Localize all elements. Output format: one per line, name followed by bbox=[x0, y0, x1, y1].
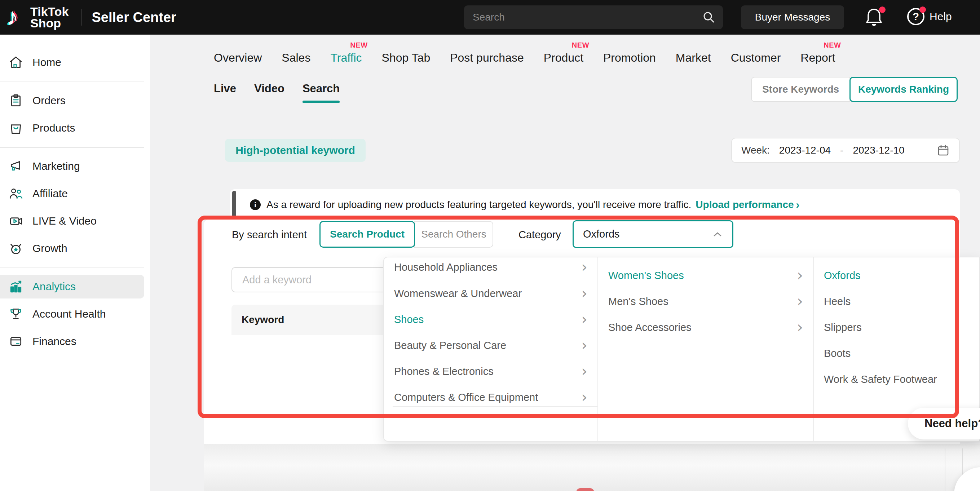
cascader-option-boots[interactable]: Boots bbox=[814, 340, 980, 366]
sidebar-item-label: LIVE & Video bbox=[32, 215, 97, 227]
tiktok-note-icon: ♪♪♪ bbox=[6, 3, 30, 32]
cascader-option-household-appliances[interactable]: Household Appliances› bbox=[384, 257, 597, 280]
cascader-option-slippers[interactable]: Slippers bbox=[814, 315, 980, 340]
sidebar-item-products[interactable]: Products bbox=[0, 116, 150, 140]
subtab-video[interactable]: Video bbox=[254, 82, 285, 103]
global-search-input[interactable] bbox=[464, 11, 703, 23]
upload-performance-link[interactable]: Upload performance bbox=[695, 199, 794, 211]
tab-customer[interactable]: Customer bbox=[731, 51, 781, 65]
search-icon[interactable] bbox=[703, 11, 715, 24]
chevron-right-icon: › bbox=[581, 288, 587, 299]
sidebar-item-home[interactable]: Home bbox=[0, 51, 150, 74]
category-select[interactable]: Oxfords bbox=[573, 220, 733, 248]
cascader-option-mens-shoes[interactable]: Men's Shoes› bbox=[598, 288, 813, 315]
option-label: Heels bbox=[824, 296, 851, 308]
high-potential-keyword-pill[interactable]: High-potential keyword bbox=[225, 139, 366, 162]
sidebar-item-label: Account Health bbox=[32, 308, 106, 320]
keywords-ranking-button[interactable]: Keywords Ranking bbox=[850, 77, 958, 102]
sidebar-item-account-health[interactable]: Account Health bbox=[0, 302, 150, 326]
tab-shop-tab[interactable]: Shop Tab bbox=[382, 51, 431, 65]
logo-line1: TikTok bbox=[30, 6, 68, 17]
option-label: Shoe Accessories bbox=[608, 322, 692, 334]
new-badge: NEW bbox=[824, 41, 841, 49]
option-label: Womenswear & Underwear bbox=[394, 288, 522, 300]
sidebar-item-label: Finances bbox=[32, 335, 76, 348]
tab-promotion[interactable]: Promotion bbox=[603, 51, 656, 65]
sidebar-item-marketing[interactable]: Marketing bbox=[0, 154, 150, 178]
tab-overview[interactable]: Overview bbox=[214, 51, 262, 65]
sidebar-item-label: Orders bbox=[32, 94, 65, 107]
chevron-right-icon: › bbox=[581, 262, 587, 273]
chevron-right-icon: › bbox=[797, 296, 803, 307]
cascader-option-phones-electronics[interactable]: Phones & Electronics› bbox=[384, 358, 597, 384]
week-separator: - bbox=[840, 145, 843, 156]
tab-traffic[interactable]: TrafficNEW bbox=[330, 51, 362, 65]
tab-label: Sales bbox=[282, 51, 310, 64]
traffic-sub-tabs: Live Video Search bbox=[214, 82, 340, 103]
keywords-view-switch: Store Keywords Keywords Ranking bbox=[751, 77, 958, 102]
subtab-live[interactable]: Live bbox=[214, 82, 236, 103]
cascader-option-womens-shoes[interactable]: Women's Shoes› bbox=[598, 262, 813, 288]
cascader-option-beauty-personal-care[interactable]: Beauty & Personal Care› bbox=[384, 332, 597, 358]
tab-report[interactable]: ReportNEW bbox=[800, 51, 835, 65]
tab-sales[interactable]: Sales bbox=[282, 51, 310, 65]
products-icon bbox=[9, 121, 23, 135]
keyword-column-header: Keyword bbox=[242, 314, 284, 326]
logo-text: TikTok Shop bbox=[30, 6, 68, 29]
option-label: Computers & Office Equipment bbox=[394, 391, 538, 404]
store-keywords-button[interactable]: Store Keywords bbox=[751, 77, 850, 102]
help-menu[interactable]: ? Help bbox=[907, 8, 952, 25]
sidebar-item-affiliate[interactable]: Affiliate bbox=[0, 182, 150, 205]
search-product-button[interactable]: Search Product bbox=[320, 221, 415, 248]
banner-text: As a reward for uploading new products f… bbox=[266, 199, 691, 211]
cascader-option-shoes[interactable]: Shoes› bbox=[384, 307, 597, 332]
tiktok-shop-logo[interactable]: ♪♪♪ TikTok Shop Seller Center bbox=[6, 2, 176, 32]
search-intent-label: By search intent bbox=[232, 229, 307, 241]
table-bottom-area bbox=[204, 444, 980, 491]
need-help-button[interactable]: Need help? bbox=[908, 408, 980, 439]
bell-notification-dot bbox=[879, 6, 886, 13]
cascader-option-oxfords[interactable]: Oxfords bbox=[814, 262, 980, 288]
sidebar-item-label: Affiliate bbox=[32, 188, 68, 200]
table-column-divider bbox=[945, 448, 945, 491]
tab-label: Market bbox=[676, 51, 711, 64]
search-others-button[interactable]: Search Others bbox=[414, 221, 493, 248]
logo-line2: Shop bbox=[30, 17, 68, 29]
notifications-bell-icon[interactable] bbox=[865, 7, 885, 27]
option-label: Work & Safety Footwear bbox=[824, 373, 937, 385]
analytics-icon bbox=[9, 280, 23, 294]
sidebar-item-label: Marketing bbox=[32, 160, 80, 172]
cascader-option-womenswear-underwear[interactable]: Womenswear & Underwear› bbox=[384, 280, 597, 307]
category-selected-value: Oxfords bbox=[583, 228, 620, 240]
sidebar-item-analytics[interactable]: Analytics bbox=[0, 275, 144, 299]
cascader-option-shoe-accessories[interactable]: Shoe Accessories› bbox=[598, 315, 813, 340]
option-label: Oxfords bbox=[824, 270, 861, 281]
question-mark: ? bbox=[913, 10, 919, 23]
week-picker[interactable]: Week: 2023-12-04 - 2023-12-10 bbox=[731, 138, 960, 163]
tab-label: Report bbox=[800, 51, 835, 64]
global-search[interactable] bbox=[464, 5, 723, 29]
cascader-option-work-safety-footwear[interactable]: Work & Safety Footwear bbox=[814, 366, 980, 392]
home-icon bbox=[9, 55, 23, 70]
sidebar-item-finances[interactable]: Finances bbox=[0, 329, 150, 353]
subtab-search[interactable]: Search bbox=[302, 82, 340, 103]
tab-product[interactable]: ProductNEW bbox=[544, 51, 583, 65]
tab-market[interactable]: Market bbox=[676, 51, 711, 65]
add-keyword-input[interactable] bbox=[231, 267, 389, 292]
new-badge: NEW bbox=[350, 41, 368, 49]
cascader-option-heels[interactable]: Heels bbox=[814, 288, 980, 315]
sidebar-item-orders[interactable]: Orders bbox=[0, 89, 150, 113]
help-notification-dot bbox=[920, 6, 926, 13]
sidebar-item-label: Products bbox=[32, 122, 75, 134]
buyer-messages-button[interactable]: Buyer Messages bbox=[741, 5, 844, 29]
banner-scrollbar[interactable] bbox=[232, 191, 236, 218]
tab-label: Promotion bbox=[603, 51, 656, 64]
tab-post-purchase[interactable]: Post purchase bbox=[450, 51, 524, 65]
subtab-label: Search bbox=[302, 82, 340, 95]
sidebar-item-growth[interactable]: Growth bbox=[0, 237, 150, 260]
sidebar-item-label: Home bbox=[32, 56, 61, 68]
sidebar-item-live-video[interactable]: LIVE & Video bbox=[0, 209, 150, 233]
tab-label: Traffic bbox=[330, 51, 362, 64]
chevron-right-icon: › bbox=[797, 322, 803, 333]
orders-icon bbox=[9, 93, 23, 108]
